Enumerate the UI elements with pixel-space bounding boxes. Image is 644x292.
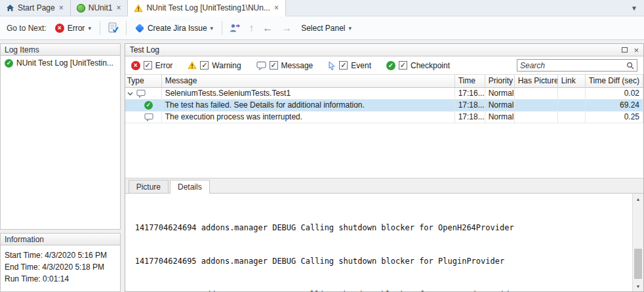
event-cursor-icon bbox=[328, 61, 336, 70]
close-icon[interactable]: × bbox=[634, 46, 639, 54]
compare-checklist-button[interactable] bbox=[105, 20, 121, 35]
scrollbar-track[interactable] bbox=[633, 204, 643, 281]
chevron-down-icon[interactable] bbox=[127, 92, 133, 96]
checkpoint-icon: ✓ bbox=[144, 101, 153, 110]
message-icon bbox=[136, 89, 146, 98]
go-to-next-label: Go to Next: bbox=[4, 24, 49, 33]
filter-error-label: Error bbox=[155, 61, 173, 70]
left-sidebar: Log Items ✓ NUnit Test Log [UnitTestin..… bbox=[0, 43, 121, 292]
scroll-up-icon[interactable]: ▲ bbox=[633, 194, 643, 204]
tab-details[interactable]: Details bbox=[170, 180, 210, 194]
tab-start-page[interactable]: Start Page × bbox=[0, 0, 71, 16]
close-icon[interactable]: × bbox=[58, 4, 64, 12]
tab-picture[interactable]: Picture bbox=[129, 180, 169, 193]
column-header-link[interactable]: Link bbox=[558, 75, 586, 87]
details-line: 1417704624696 addons.manager DEBUG Calli… bbox=[135, 289, 628, 291]
warning-icon bbox=[188, 61, 197, 70]
error-button-label: Error bbox=[68, 24, 85, 33]
information-panel-header[interactable]: Information bbox=[0, 233, 121, 245]
run-time-text: Run Time: 0:01:14 bbox=[5, 273, 116, 285]
table-row[interactable]: SeleniumTests.SeleniumTests.Test1 17:16.… bbox=[125, 88, 643, 100]
column-header-message[interactable]: Message bbox=[162, 75, 455, 87]
row-priority: Normal bbox=[485, 100, 515, 111]
scroll-down-icon[interactable]: ▼ bbox=[633, 281, 643, 291]
error-checkbox[interactable] bbox=[144, 61, 152, 70]
test-log-panel: Test Log × × Error Warnin bbox=[125, 43, 644, 292]
detail-tab-bar: Picture Details bbox=[125, 178, 643, 193]
maximize-icon[interactable] bbox=[622, 47, 628, 52]
attach-to-jira-button[interactable] bbox=[227, 21, 243, 35]
back-arrow-button[interactable]: ← bbox=[259, 22, 276, 34]
filter-bar: × Error Warning Message bbox=[125, 56, 643, 75]
close-icon[interactable]: × bbox=[115, 4, 121, 12]
main-toolbar: Go to Next: × Error ▾ Create Jira Issue … bbox=[0, 16, 644, 40]
column-header-time[interactable]: Time bbox=[455, 75, 485, 87]
warning-checkbox[interactable] bbox=[200, 61, 209, 70]
row-has-picture bbox=[515, 100, 558, 111]
create-jira-label: Create Jira Issue bbox=[148, 24, 207, 33]
up-arrow-button[interactable]: ↑ bbox=[245, 22, 257, 34]
tab-nunit1[interactable]: NUnit1 × bbox=[71, 0, 129, 16]
log-items-list: ✓ NUnit Test Log [UnitTestin... bbox=[0, 56, 121, 230]
home-icon bbox=[6, 4, 14, 12]
select-panel-label: Select Panel bbox=[301, 24, 345, 33]
details-log-text[interactable]: 1417704624694 addons.manager DEBUG Calli… bbox=[125, 194, 632, 291]
details-pane: 1417704624694 addons.manager DEBUG Calli… bbox=[125, 193, 643, 291]
app-window: Start Page × NUnit1 × NUnit Test Log [Un… bbox=[0, 0, 644, 292]
chevron-down-icon: ▾ bbox=[88, 25, 91, 31]
checkpoint-checkbox[interactable] bbox=[399, 61, 407, 70]
row-priority: Normal bbox=[485, 88, 515, 99]
filter-warning-label: Warning bbox=[212, 61, 241, 70]
row-link bbox=[558, 112, 586, 123]
toolbar-separator bbox=[126, 21, 127, 35]
column-header-time-diff[interactable]: Time Diff (sec) bbox=[586, 75, 643, 87]
toolbar-separator bbox=[100, 21, 100, 35]
nunit-project-icon bbox=[77, 4, 85, 12]
message-checkbox[interactable] bbox=[270, 61, 278, 70]
log-items-title: Log Items bbox=[5, 45, 39, 54]
log-item-nunit-test-log[interactable]: ✓ NUnit Test Log [UnitTestin... bbox=[1, 56, 120, 69]
column-header-type[interactable]: Type bbox=[125, 75, 162, 87]
forward-arrow-button[interactable]: → bbox=[278, 22, 295, 34]
log-table-header: Type Message Time Priority Has Picture L… bbox=[125, 75, 643, 88]
document-tab-bar: Start Page × NUnit1 × NUnit Test Log [Un… bbox=[0, 0, 644, 16]
log-item-label: NUnit Test Log [UnitTestin... bbox=[16, 58, 113, 68]
details-line: 1417704624695 addons.manager DEBUG Calli… bbox=[135, 256, 628, 267]
tab-nunit-test-log[interactable]: NUnit Test Log [UnitTesting1\NUn... × bbox=[128, 0, 286, 16]
tab-label: NUnit Test Log [UnitTesting1\NUn... bbox=[146, 3, 270, 12]
column-header-priority[interactable]: Priority bbox=[485, 75, 515, 87]
end-time-text: End Time: 4/3/2020 5:18 PM bbox=[5, 261, 116, 273]
filter-event: Event bbox=[328, 61, 371, 70]
create-jira-issue-button[interactable]: Create Jira Issue ▾ bbox=[131, 21, 217, 35]
column-header-has-picture[interactable]: Has Picture bbox=[515, 75, 558, 87]
close-icon[interactable]: × bbox=[273, 4, 279, 12]
search-input[interactable] bbox=[520, 61, 626, 70]
filter-warning: Warning bbox=[188, 61, 241, 70]
log-items-panel-header[interactable]: Log Items bbox=[0, 43, 121, 56]
test-log-icon bbox=[134, 4, 143, 12]
row-priority: Normal bbox=[485, 112, 515, 123]
select-panel-button[interactable]: Select Panel ▾ bbox=[297, 21, 355, 35]
table-row-selected[interactable]: ✓ The test has failed. See Details for a… bbox=[125, 100, 643, 112]
error-icon: × bbox=[55, 24, 64, 33]
event-checkbox[interactable] bbox=[339, 61, 348, 70]
person-arrow-icon bbox=[230, 23, 241, 33]
row-message: The test has failed. See Details for add… bbox=[162, 100, 455, 111]
vertical-scrollbar[interactable]: ▲ ▼ bbox=[632, 194, 643, 291]
row-time-diff: 0.02 bbox=[586, 88, 643, 99]
information-body: Start Time: 4/3/2020 5:16 PM End Time: 4… bbox=[0, 245, 121, 292]
row-time: 17:18... bbox=[455, 112, 485, 123]
jira-icon bbox=[135, 23, 144, 32]
table-row[interactable]: The execution process was interrupted. 1… bbox=[125, 112, 643, 123]
go-to-next-error-button[interactable]: × Error ▾ bbox=[51, 21, 95, 35]
test-log-panel-header[interactable]: Test Log × bbox=[125, 44, 643, 56]
search-icon[interactable] bbox=[626, 62, 634, 70]
row-time-diff: 69.24 bbox=[586, 100, 643, 111]
row-has-picture bbox=[515, 112, 558, 123]
tab-list-dropdown-icon[interactable]: ▼ bbox=[624, 5, 644, 12]
scrollbar-thumb[interactable] bbox=[634, 249, 642, 279]
row-link bbox=[558, 100, 586, 111]
row-message: The execution process was interrupted. bbox=[162, 112, 455, 123]
row-has-picture bbox=[515, 88, 558, 99]
row-link bbox=[558, 88, 586, 99]
